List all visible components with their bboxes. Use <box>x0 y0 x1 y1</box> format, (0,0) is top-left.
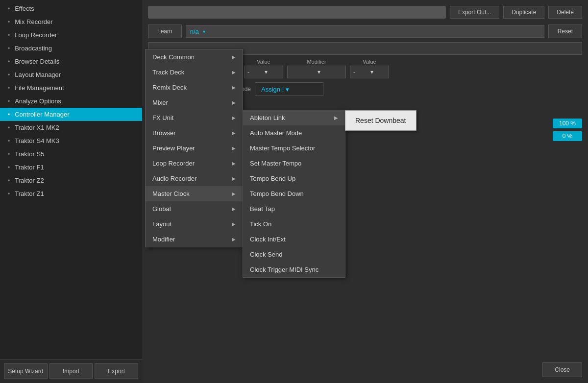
learn-row: Learn n/a ▾ Reset <box>148 24 582 38</box>
dropdown-arrow-4: ▾ <box>370 69 386 75</box>
top-bar: Export Out... Duplicate Delete <box>148 6 582 19</box>
sidebar-list: EffectsMix RecorderLoop RecorderBroadcas… <box>0 0 142 359</box>
sidebar-item-traktor-z1[interactable]: Traktor Z1 <box>0 187 142 200</box>
assign-display: n/a ▾ <box>186 25 544 38</box>
value-select-2[interactable]: - ▾ <box>350 66 389 78</box>
export-out-button[interactable]: Export Out... <box>450 6 499 19</box>
menu-item-mixer[interactable]: Mixer <box>146 95 243 110</box>
close-button[interactable]: Close <box>542 362 582 377</box>
search-bar <box>148 6 446 19</box>
submenu-item-set-master-tempo[interactable]: Set Master Tempo <box>243 156 345 171</box>
submenu-item-ableton-link[interactable]: Ableton LinkReset Downbeat <box>243 110 345 125</box>
sidebar-item-effects[interactable]: Effects <box>0 2 142 15</box>
assign-value: n/a <box>190 28 199 35</box>
menu-item-loop-recorder[interactable]: Loop Recorder <box>146 156 243 171</box>
sidebar-item-traktor-z2[interactable]: Traktor Z2 <box>0 174 142 187</box>
submenu-item-clock-trigger-midi-sync[interactable]: Clock Trigger MIDI Sync <box>243 262 345 277</box>
dropdown-arrow-icon: ▾ <box>203 29 205 34</box>
submenu-item-tick-on[interactable]: Tick On <box>243 216 345 232</box>
sidebar-item-traktor-f1[interactable]: Traktor F1 <box>0 161 142 174</box>
menu-item-layout[interactable]: Layout <box>146 216 243 232</box>
sidebar-footer: Setup Wizard Import Export <box>0 359 142 383</box>
menu-item-deck-common[interactable]: Deck Common <box>146 49 243 65</box>
learn-button[interactable]: Learn <box>148 24 182 38</box>
menu-item-audio-recorder[interactable]: Audio Recorder <box>146 171 243 186</box>
submenu-item-master-tempo-selector[interactable]: Master Tempo Selector <box>243 141 345 156</box>
value-select-1[interactable]: - ▾ <box>244 66 283 78</box>
enc-assign-button[interactable]: Assign ! ▾ <box>255 82 323 96</box>
reset-button[interactable]: Reset <box>548 24 582 38</box>
import-button[interactable]: Import <box>49 363 93 379</box>
sidebar-item-broadcasting[interactable]: Broadcasting <box>0 42 142 55</box>
enc-dropdown-arrow: ▾ <box>286 86 289 93</box>
submenu-item-tempo-bend-up[interactable]: Tempo Bend Up <box>243 171 345 186</box>
menu-item-global[interactable]: Global <box>146 201 243 216</box>
sidebar-item-layout-manager[interactable]: Layout Manager <box>0 68 142 81</box>
sidebar-item-traktor-s4-mk3[interactable]: Traktor S4 MK3 <box>0 134 142 147</box>
value-badge-2: 0 % <box>553 131 582 141</box>
value-header-2: Value <box>350 59 389 65</box>
menu-item-master-clock[interactable]: Master ClockAbleton LinkReset DownbeatAu… <box>146 186 243 201</box>
value-badge-1: 100 % <box>553 119 582 128</box>
context-menu: Deck CommonTrack DeckRemix DeckMixerFX U… <box>145 49 243 247</box>
menu-item-fx-unit[interactable]: FX Unit <box>146 110 243 125</box>
sidebar-item-controller-manager[interactable]: Controller Manager <box>0 108 142 121</box>
sidebar-item-browser-details[interactable]: Browser Details <box>0 55 142 68</box>
sidebar: EffectsMix RecorderLoop RecorderBroadcas… <box>0 0 142 383</box>
value-cell-2: Value - ▾ <box>350 59 389 78</box>
context-menu-container: Deck CommonTrack DeckRemix DeckMixerFX U… <box>145 49 243 247</box>
sidebar-item-loop-recorder[interactable]: Loop Recorder <box>0 28 142 42</box>
enc-assign-text: Assign ! <box>261 86 284 93</box>
sidebar-item-traktor-x1-mk2[interactable]: Traktor X1 MK2 <box>0 121 142 134</box>
submenu-item-auto-master-mode[interactable]: Auto Master Mode <box>243 125 345 141</box>
duplicate-button[interactable]: Duplicate <box>503 6 544 19</box>
modifier-cell-2: Modifier ▾ <box>287 59 346 78</box>
setup-wizard-button[interactable]: Setup Wizard <box>4 363 48 379</box>
menu-item-remix-deck[interactable]: Remix Deck <box>146 80 243 95</box>
menu-item-modifier[interactable]: Modifier <box>146 232 243 247</box>
value-val-2: - <box>353 69 368 75</box>
menu-item-browser[interactable]: Browser <box>146 125 243 141</box>
menu-item-preview-player[interactable]: Preview Player <box>146 141 243 156</box>
master-clock-submenu: Ableton LinkReset DownbeatAuto Master Mo… <box>243 110 345 278</box>
sidebar-item-file-management[interactable]: File Management <box>0 81 142 95</box>
sidebar-item-mix-recorder[interactable]: Mix Recorder <box>0 15 142 28</box>
modifier-select-2[interactable]: ▾ <box>287 66 346 78</box>
delete-button[interactable]: Delete <box>548 6 582 19</box>
value-header-1: Value <box>244 59 283 65</box>
menu-item-track-deck[interactable]: Track Deck <box>146 65 243 80</box>
reset-downbeat-popup[interactable]: Reset Downbeat <box>345 110 416 131</box>
value-val-1: - <box>247 69 263 75</box>
submenu-item-beat-tap[interactable]: Beat Tap <box>243 201 345 216</box>
value-cell-1: Value - ▾ <box>244 59 283 78</box>
submenu-item-clock-int-ext[interactable]: Clock Int/Ext <box>243 232 345 247</box>
export-button[interactable]: Export <box>95 363 138 379</box>
sidebar-item-analyze-options[interactable]: Analyze Options <box>0 95 142 108</box>
dropdown-arrow-3: ▾ <box>318 69 343 75</box>
submenu-item-clock-send[interactable]: Clock Send <box>243 247 345 262</box>
sidebar-item-traktor-s5[interactable]: Traktor S5 <box>0 147 142 161</box>
dropdown-arrow-2: ▾ <box>265 69 280 75</box>
modifier-header-2: Modifier <box>287 59 346 65</box>
submenu-item-tempo-bend-down[interactable]: Tempo Bend Down <box>243 186 345 201</box>
